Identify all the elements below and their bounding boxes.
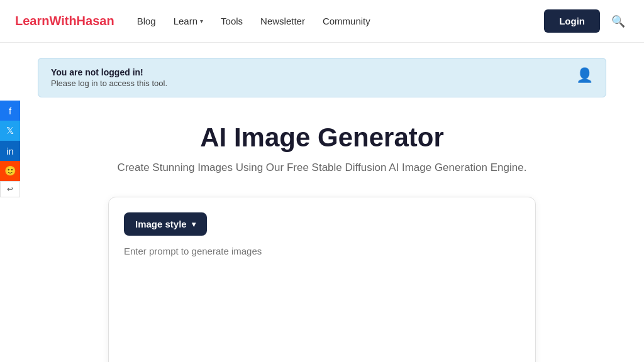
social-sidebar: f 𝕏 in 🙂 ↩ bbox=[0, 101, 20, 197]
logo[interactable]: LearnWithHasan bbox=[15, 14, 114, 28]
linkedin-icon: in bbox=[6, 146, 14, 156]
nav-newsletter[interactable]: Newsletter bbox=[260, 16, 305, 26]
arrow-left-icon: ↩ bbox=[7, 185, 13, 194]
alert-title: You are not logged in! bbox=[51, 67, 167, 77]
linkedin-share-button[interactable]: in bbox=[0, 141, 20, 161]
nav-tools[interactable]: Tools bbox=[221, 16, 243, 26]
search-icon: 🔍 bbox=[611, 15, 625, 28]
logo-part1: LearnWith bbox=[15, 14, 77, 28]
user-icon: 👤 bbox=[576, 67, 593, 84]
logo-part2: Hasan bbox=[77, 14, 114, 28]
facebook-icon: f bbox=[9, 106, 11, 116]
reddit-icon: 🙂 bbox=[4, 165, 16, 177]
alert-banner: You are not logged in! Please log in to … bbox=[38, 58, 606, 97]
twitter-share-button[interactable]: 𝕏 bbox=[0, 121, 20, 141]
page-subtitle: Create Stunning Images Using Our Free St… bbox=[38, 162, 606, 174]
generator-card: Image style ▾ Generate bbox=[108, 197, 536, 362]
facebook-share-button[interactable]: f bbox=[0, 101, 20, 121]
nav-learn[interactable]: Learn ▾ bbox=[174, 16, 203, 26]
login-button[interactable]: Login bbox=[544, 9, 600, 33]
image-style-button[interactable]: Image style ▾ bbox=[124, 212, 207, 236]
alert-text: You are not logged in! Please log in to … bbox=[51, 67, 167, 88]
reddit-share-button[interactable]: 🙂 bbox=[0, 161, 20, 181]
nav-blog[interactable]: Blog bbox=[137, 16, 156, 26]
chevron-down-icon: ▾ bbox=[200, 18, 203, 25]
image-style-label: Image style bbox=[135, 219, 187, 229]
header: LearnWithHasan Blog Learn ▾ Tools Newsle… bbox=[0, 0, 644, 43]
prompt-input[interactable] bbox=[124, 246, 520, 359]
page-title: AI Image Generator bbox=[38, 123, 606, 153]
chevron-down-icon: ▾ bbox=[192, 220, 196, 229]
twitter-icon: 𝕏 bbox=[6, 125, 14, 136]
main-content: AI Image Generator Create Stunning Image… bbox=[0, 97, 644, 362]
alert-subtitle: Please log in to access this tool. bbox=[51, 79, 167, 88]
nav-community[interactable]: Community bbox=[323, 16, 370, 26]
header-right: Login 🔍 bbox=[544, 9, 629, 33]
search-button[interactable]: 🔍 bbox=[608, 11, 629, 32]
nav: Blog Learn ▾ Tools Newsletter Community bbox=[137, 16, 545, 26]
social-collapse-button[interactable]: ↩ bbox=[0, 181, 20, 197]
